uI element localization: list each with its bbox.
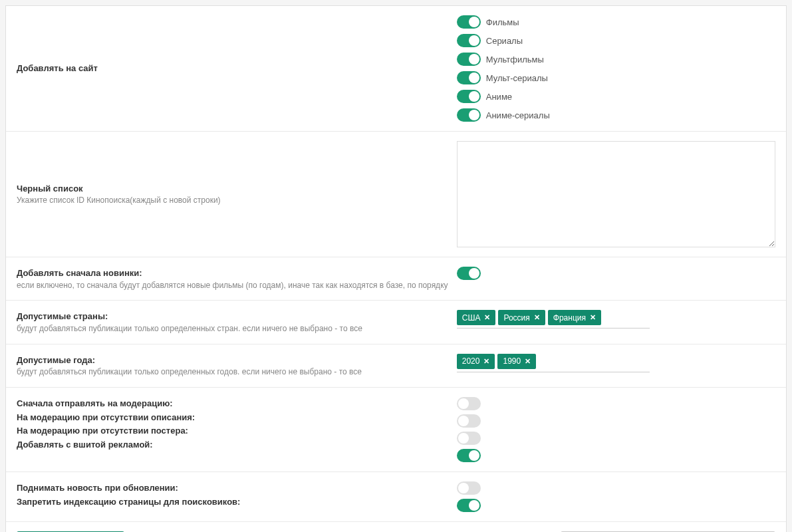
toggle-item-films: Фильмы [457,15,775,29]
country-tag: США✕ [457,310,496,325]
country-tag: Франция✕ [548,310,601,325]
anime-series-label: Аниме-сериалы [486,110,550,120]
cartoon-series-toggle[interactable] [457,71,481,84]
noindex-label: Запретить индексацию страницы для поиско… [17,495,457,509]
bump-on-update-toggle[interactable] [457,481,481,495]
toggle-item-cartoons: Мультфильмы [457,53,775,66]
noindex-toggle[interactable] [457,499,481,512]
countries-label: Допустимые страны: [17,310,457,323]
embedded-ads-label: Добавлять с вшитой рекламой: [17,438,457,452]
years-label: Допустимые года: [17,354,457,367]
blacklist-textarea[interactable] [457,141,775,247]
toggle-item-series: Сериалы [457,34,775,47]
toggle-item-anime-series: Аниме-сериалы [457,108,775,122]
country-tag-label: Россия [503,313,529,323]
row-years: Допустимые года: будут добавляться публи… [6,344,786,388]
moderation-first-label: Сначала отправлять на модерацию: [17,397,457,411]
year-tag-label: 2020 [462,356,480,366]
close-icon[interactable]: ✕ [534,313,540,322]
row-add-to-site: Добавлять на сайт ФильмыСериалыМультфиль… [6,6,786,132]
series-label: Сериалы [486,36,523,46]
cartoons-toggle[interactable] [457,53,481,66]
blacklist-label: Черный список [17,182,457,196]
new-first-label: Добавлять сначала новинки: [17,267,457,280]
year-tag-label: 1990 [503,356,521,366]
close-icon[interactable]: ✕ [525,357,531,366]
country-tag: Россия✕ [498,310,545,325]
series-toggle[interactable] [457,34,481,47]
moderation-first-toggle[interactable] [457,397,481,410]
bump-on-update-label: Поднимать новость при обновлении: [17,481,457,495]
row-blacklist: Черный список Укажите список ID Кинопоис… [6,132,786,257]
add-to-site-label: Добавлять на сайт [17,62,457,75]
row-updates: Поднимать новость при обновлении:Запрети… [6,472,786,522]
year-tag: 2020✕ [457,354,495,369]
moderation-no-desc-toggle[interactable] [457,414,481,428]
moderation-no-poster-label: На модерацию при отсутствии постера: [17,424,457,438]
settings-panel: Добавлять на сайт ФильмыСериалыМультфиль… [5,5,787,532]
row-moderation: Сначала отправлять на модерацию:На модер… [6,388,786,472]
country-tag-label: Франция [553,313,586,323]
new-first-sub: если включено, то сначала будут добавлят… [17,280,457,291]
anime-toggle[interactable] [457,90,481,103]
moderation-no-poster-toggle[interactable] [457,432,481,445]
anime-series-toggle[interactable] [457,108,481,122]
close-icon[interactable]: ✕ [483,357,489,366]
countries-sub: будут добавляться публикации только опре… [17,323,457,334]
close-icon[interactable]: ✕ [590,313,596,322]
anime-label: Аниме [486,92,512,102]
row-new-first: Добавлять сначала новинки: если включено… [6,257,786,301]
footer: Сохранить настройки Ссылка в меню «Сторо… [6,522,786,532]
embedded-ads-toggle[interactable] [457,449,481,462]
films-toggle[interactable] [457,15,481,29]
new-first-toggle[interactable] [457,267,481,280]
films-label: Фильмы [486,17,519,27]
cartoons-label: Мультфильмы [486,55,544,65]
year-tag: 1990✕ [497,354,536,369]
country-tag-label: США [462,313,481,323]
row-countries: Допустимые страны: будут добавляться пуб… [6,301,786,344]
cartoon-series-label: Мульт-сериалы [486,73,548,83]
blacklist-sub: Укажите список ID Кинопоиска(каждый с но… [17,195,457,206]
years-tags[interactable]: 2020✕1990✕ [457,354,650,372]
countries-tags[interactable]: США✕Россия✕Франция✕ [457,310,650,329]
toggle-item-cartoon-series: Мульт-сериалы [457,71,775,84]
years-sub: будут добавляться публикации только опре… [17,366,457,378]
moderation-no-desc-label: На модерацию при отсутствии описания: [17,411,457,425]
toggle-item-anime: Аниме [457,90,775,103]
close-icon[interactable]: ✕ [484,313,490,322]
